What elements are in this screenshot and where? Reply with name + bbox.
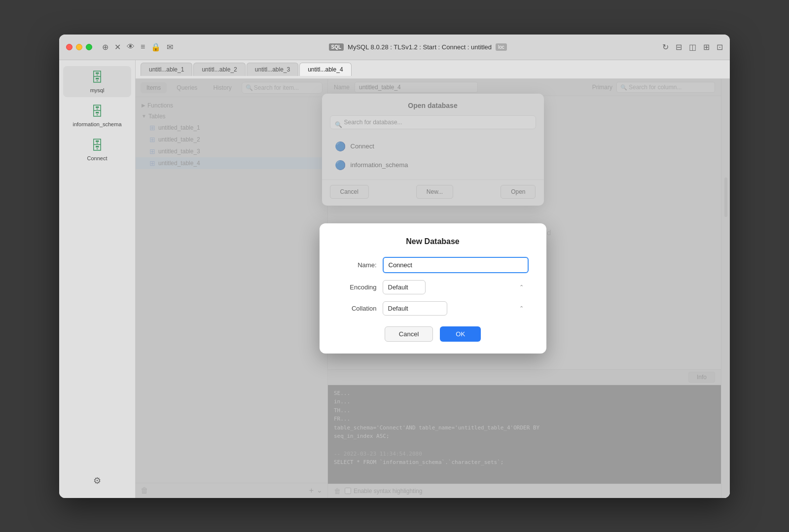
encoding-select-wrapper: Default UTF-8 UTF-16 ⌃ bbox=[383, 280, 529, 294]
app-window: ⊕ ✕ 👁 ≡ 🔒 ✉ SQL MySQL 8.0.28 : TLSv1.2 :… bbox=[59, 35, 730, 498]
new-db-title: New Database bbox=[337, 237, 529, 246]
new-db-modal: New Database Name: Encoding Default UTF-… bbox=[320, 223, 546, 354]
titlebar-left-icons: ⊕ ✕ 👁 ≡ 🔒 ✉ bbox=[102, 42, 173, 52]
sidebar-item-connect[interactable]: 🗄 Connect bbox=[63, 134, 132, 165]
tab-4[interactable]: untitl...able_4 bbox=[299, 63, 351, 76]
info-schema-db-icon: 🗄 bbox=[91, 104, 104, 119]
sidebar-label-info-schema: information_schema bbox=[72, 121, 121, 127]
panels-icon[interactable]: ⊟ bbox=[676, 42, 682, 52]
close-button[interactable] bbox=[66, 44, 72, 50]
loc-badge: loc bbox=[496, 43, 507, 51]
fullscreen-button[interactable] bbox=[86, 44, 92, 50]
new-db-collation-label: Collation bbox=[337, 305, 377, 312]
tab-3[interactable]: untitl...able_3 bbox=[247, 63, 298, 76]
tabs-bar: untitl...able_1 untitl...able_2 untitl..… bbox=[136, 60, 730, 79]
layout-icon[interactable]: ⊞ bbox=[703, 42, 710, 52]
traffic-lights bbox=[66, 44, 92, 50]
lock-icon[interactable]: 🔒 bbox=[151, 42, 161, 52]
mysql-db-icon: 🗄 bbox=[91, 70, 104, 85]
split-icon[interactable]: ⊡ bbox=[717, 42, 723, 52]
new-db-modal-backdrop: New Database Name: Encoding Default UTF-… bbox=[136, 79, 730, 498]
new-db-collation-row: Collation Default utf8_general_ci ⌃ bbox=[337, 301, 529, 316]
eye-icon[interactable]: 👁 bbox=[127, 42, 135, 51]
tab-2[interactable]: untitl...able_2 bbox=[193, 63, 245, 76]
encoding-chevron-icon: ⌃ bbox=[519, 284, 524, 290]
new-db-modal-actions: Cancel OK bbox=[337, 326, 529, 342]
minimize-button[interactable] bbox=[76, 44, 82, 50]
list-icon[interactable]: ≡ bbox=[141, 42, 145, 51]
sidebar-label-connect: Connect bbox=[87, 155, 108, 161]
sidebar-icon[interactable]: ◫ bbox=[689, 42, 696, 52]
collation-select-wrapper: Default utf8_general_ci ⌃ bbox=[383, 301, 529, 316]
settings-icon[interactable]: ⚙ bbox=[89, 471, 105, 490]
main-panel: untitl...able_1 untitl...able_2 untitl..… bbox=[136, 60, 730, 498]
new-db-name-label: Name: bbox=[337, 261, 377, 269]
sidebar-item-mysql[interactable]: 🗄 mysql bbox=[63, 66, 132, 97]
titlebar: ⊕ ✕ 👁 ≡ 🔒 ✉ SQL MySQL 8.0.28 : TLSv1.2 :… bbox=[59, 35, 730, 60]
collation-select[interactable]: Default utf8_general_ci bbox=[383, 301, 447, 316]
new-db-name-input[interactable] bbox=[383, 257, 529, 273]
sidebar-item-information-schema[interactable]: 🗄 information_schema bbox=[63, 100, 132, 131]
window-title: MySQL 8.0.28 : TLSv1.2 : Start : Connect… bbox=[348, 43, 492, 51]
new-db-ok-button[interactable]: OK bbox=[440, 326, 481, 342]
title-center: SQL MySQL 8.0.28 : TLSv1.2 : Start : Con… bbox=[178, 43, 657, 51]
connect-db-icon: 🗄 bbox=[91, 138, 104, 153]
refresh-icon[interactable]: ↻ bbox=[662, 42, 669, 52]
new-db-cancel-button[interactable]: Cancel bbox=[385, 326, 433, 342]
sidebar-label-mysql: mysql bbox=[90, 87, 105, 93]
new-db-encoding-row: Encoding Default UTF-8 UTF-16 ⌃ bbox=[337, 280, 529, 294]
tab-1[interactable]: untitl...able_1 bbox=[141, 63, 192, 76]
titlebar-right-icons: ↻ ⊟ ◫ ⊞ ⊡ bbox=[662, 42, 723, 52]
x-icon[interactable]: ✕ bbox=[114, 42, 121, 52]
back-icon[interactable]: ⊕ bbox=[102, 42, 108, 52]
mail-icon[interactable]: ✉ bbox=[167, 42, 173, 52]
collation-chevron-icon: ⌃ bbox=[519, 305, 524, 312]
sidebar: 🗄 mysql 🗄 information_schema 🗄 Connect ⚙ bbox=[59, 60, 136, 498]
sql-badge: SQL bbox=[329, 43, 344, 51]
new-db-encoding-label: Encoding bbox=[337, 284, 377, 291]
main-content: 🗄 mysql 🗄 information_schema 🗄 Connect ⚙… bbox=[59, 60, 730, 498]
new-db-name-row: Name: bbox=[337, 257, 529, 273]
encoding-select[interactable]: Default UTF-8 UTF-16 bbox=[383, 280, 426, 294]
